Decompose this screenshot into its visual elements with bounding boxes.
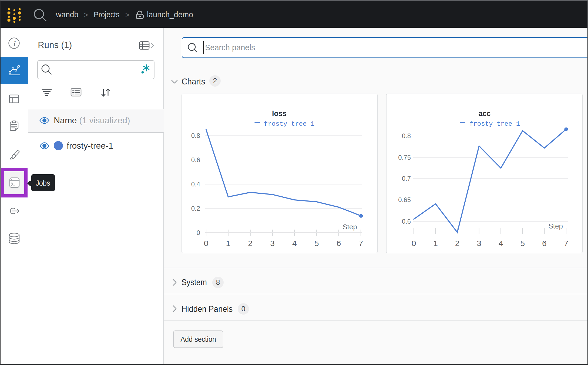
svg-text:frosty-tree-1: frosty-tree-1 xyxy=(469,120,520,128)
svg-text:2: 2 xyxy=(248,239,253,248)
svg-text:frosty-tree-1: frosty-tree-1 xyxy=(264,120,314,128)
svg-text:0.8: 0.8 xyxy=(191,132,200,139)
svg-text:0: 0 xyxy=(204,239,209,248)
svg-text:1: 1 xyxy=(226,239,231,248)
svg-text:0.4: 0.4 xyxy=(191,180,200,188)
svg-text:loss: loss xyxy=(272,110,287,118)
svg-text:0.6: 0.6 xyxy=(191,156,200,163)
svg-text:0.65: 0.65 xyxy=(398,196,411,203)
svg-text:7: 7 xyxy=(359,239,363,248)
svg-text:i: i xyxy=(14,40,16,48)
svg-text:7: 7 xyxy=(564,239,569,248)
svg-text:0: 0 xyxy=(197,229,200,236)
svg-text:6: 6 xyxy=(337,239,341,248)
svg-text:0.2: 0.2 xyxy=(191,205,200,212)
svg-text:1: 1 xyxy=(433,239,438,248)
svg-text:0: 0 xyxy=(412,239,416,248)
svg-text:Step: Step xyxy=(549,222,563,230)
svg-text:4: 4 xyxy=(499,239,503,248)
svg-text:2: 2 xyxy=(455,239,460,248)
svg-text:0.8: 0.8 xyxy=(402,132,411,139)
svg-text:3: 3 xyxy=(477,239,481,248)
svg-text:Step: Step xyxy=(343,223,357,231)
svg-text:4: 4 xyxy=(292,239,297,248)
svg-text:0.6: 0.6 xyxy=(402,218,411,225)
svg-text:0.7: 0.7 xyxy=(402,175,411,182)
svg-text:5: 5 xyxy=(520,239,525,248)
svg-text:6: 6 xyxy=(542,239,547,248)
svg-text:0.75: 0.75 xyxy=(398,154,411,161)
svg-text:5: 5 xyxy=(314,239,319,248)
svg-text:3: 3 xyxy=(270,239,275,248)
svg-text:acc: acc xyxy=(478,110,490,118)
